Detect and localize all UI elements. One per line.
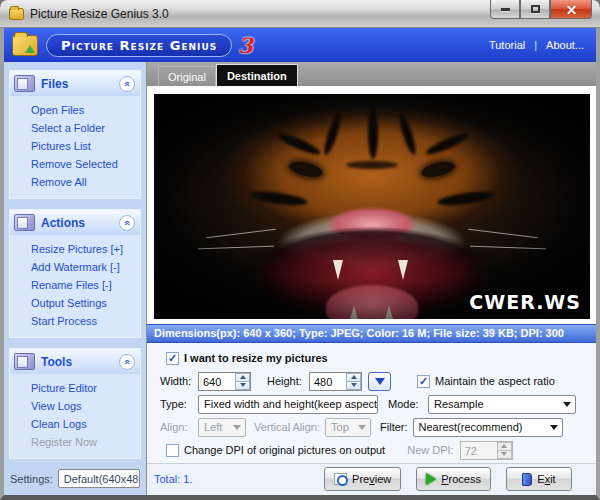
valign-select: Top bbox=[325, 418, 371, 437]
minimize-icon bbox=[501, 8, 510, 11]
sidebar-item-select-a-folder[interactable]: Select a Folder bbox=[31, 119, 138, 137]
exit-button[interactable]: Exit bbox=[506, 467, 572, 491]
preview-button[interactable]: Preview bbox=[324, 467, 401, 491]
change-dpi-label: Change DPI of original pictures on outpu… bbox=[184, 444, 385, 456]
tutorial-link[interactable]: Tutorial bbox=[489, 39, 525, 51]
sidebar-item-remove-all[interactable]: Remove All bbox=[31, 173, 138, 191]
files-panel: Files « Open Files Select a Folder Pictu… bbox=[9, 70, 141, 199]
footer-bar: Total: 1. Preview Process Exit bbox=[147, 463, 596, 495]
maximize-icon bbox=[531, 5, 540, 13]
align-value: Left bbox=[204, 421, 222, 433]
app-icon bbox=[9, 8, 24, 20]
tiger-tongue bbox=[326, 285, 418, 319]
tiger-whisker bbox=[207, 229, 277, 239]
height-input[interactable]: 480 bbox=[310, 373, 346, 390]
settings-select[interactable]: Default(640x480) bbox=[58, 469, 140, 488]
exit-door-icon bbox=[522, 473, 532, 486]
link-separator: | bbox=[534, 39, 537, 51]
header-links: Tutorial | About... bbox=[489, 39, 584, 51]
actions-collapse-button[interactable]: « bbox=[119, 215, 135, 231]
dimensions-row: Width: 640 Height: 480 ✓ Maintain the as… bbox=[160, 371, 588, 392]
spin-down-icon bbox=[351, 383, 357, 387]
align-select: Left bbox=[198, 418, 246, 437]
tiger-stripe bbox=[437, 189, 496, 208]
settings-row: Settings: Default(640x480) bbox=[10, 469, 140, 488]
filter-value: Nearest(recommend) bbox=[419, 421, 523, 433]
close-button[interactable] bbox=[550, 0, 592, 19]
resize-checkbox[interactable]: ✓ bbox=[166, 352, 179, 365]
mode-select[interactable]: Resample bbox=[428, 395, 576, 414]
sidebar-item-picture-editor[interactable]: Picture Editor bbox=[31, 379, 138, 397]
align-label: Align: bbox=[160, 421, 198, 433]
tab-bar: Original Destination bbox=[147, 62, 596, 86]
tab-original[interactable]: Original bbox=[158, 66, 216, 86]
sidebar-item-register-now: Register Now bbox=[31, 433, 138, 451]
type-select[interactable]: Fixed width and height(keep aspect) bbox=[198, 395, 378, 414]
sidebar-item-clean-logs[interactable]: Clean Logs bbox=[31, 415, 138, 433]
sidebar-item-start-process[interactable]: Start Process bbox=[31, 312, 138, 330]
process-button-label: Process bbox=[441, 473, 481, 485]
files-icon bbox=[14, 75, 35, 92]
maintain-aspect-checkbox[interactable]: ✓ bbox=[417, 375, 430, 388]
height-label: Height: bbox=[267, 375, 309, 387]
tools-collapse-button[interactable]: « bbox=[119, 354, 135, 370]
tab-destination[interactable]: Destination bbox=[216, 64, 298, 86]
process-button[interactable]: Process bbox=[416, 467, 491, 491]
width-spin-up[interactable] bbox=[235, 373, 250, 382]
tiger-eye bbox=[288, 160, 324, 181]
sidebar-item-resize-pictures[interactable]: Resize Pictures [+] bbox=[31, 240, 138, 258]
files-collapse-button[interactable]: « bbox=[119, 76, 135, 92]
content-area: Original Destination bbox=[146, 62, 596, 495]
sidebar-bottom: Settings: Default(640x480) Settings Mana… bbox=[9, 469, 141, 495]
app-window: Picture Resize Genius 3.0 Picture Resize… bbox=[0, 0, 600, 500]
tiger-whisker bbox=[198, 245, 274, 249]
tiger-stripe bbox=[424, 130, 470, 158]
change-dpi-checkbox[interactable] bbox=[166, 444, 179, 457]
files-items: Open Files Select a Folder Pictures List… bbox=[10, 96, 140, 198]
type-value: Fixed width and height(keep aspect) bbox=[204, 398, 378, 410]
tiger-stripe bbox=[322, 111, 344, 156]
sidebar-item-output-settings[interactable]: Output Settings bbox=[31, 294, 138, 312]
actions-panel: Actions « Resize Pictures [+] Add Waterm… bbox=[9, 209, 141, 338]
height-spinner: 480 bbox=[309, 372, 362, 391]
sidebar-item-pictures-list[interactable]: Pictures List bbox=[31, 137, 138, 155]
files-panel-title: Files bbox=[41, 77, 68, 91]
spin-down-icon bbox=[501, 452, 507, 456]
resize-enable-row: ✓ I want to resize my pictures bbox=[160, 348, 588, 369]
maintain-aspect-label: Maintain the aspect ratio bbox=[435, 375, 555, 387]
tiger-whisker bbox=[468, 229, 538, 239]
sidebar-item-view-logs[interactable]: View Logs bbox=[31, 397, 138, 415]
sidebar-item-remove-selected[interactable]: Remove Selected bbox=[31, 155, 138, 173]
close-icon bbox=[566, 4, 577, 15]
actions-panel-title: Actions bbox=[41, 216, 85, 230]
sidebar-item-rename-files[interactable]: Rename Files [-] bbox=[31, 276, 138, 294]
actions-items: Resize Pictures [+] Add Watermark [-] Re… bbox=[10, 235, 140, 337]
filter-label: Filter: bbox=[380, 421, 408, 433]
spin-up-icon bbox=[501, 444, 507, 448]
settings-value: Default(640x480) bbox=[64, 473, 140, 485]
about-link[interactable]: About... bbox=[546, 39, 584, 51]
check-icon: ✓ bbox=[168, 353, 177, 364]
minimize-button[interactable] bbox=[490, 0, 520, 19]
height-spin-down[interactable] bbox=[346, 382, 361, 390]
tools-panel-title: Tools bbox=[41, 355, 72, 369]
tools-icon bbox=[14, 353, 35, 370]
filter-select[interactable]: Nearest(recommend) bbox=[413, 418, 563, 437]
tiger-fang bbox=[398, 260, 408, 280]
width-spin-down[interactable] bbox=[235, 382, 250, 390]
preview-button-label: Preview bbox=[352, 473, 391, 485]
tiger-fang bbox=[333, 260, 343, 280]
tiger-whisker bbox=[470, 245, 546, 249]
chevron-up-icon: « bbox=[122, 359, 132, 365]
tools-panel-header: Tools « bbox=[10, 349, 140, 374]
title-bar: Picture Resize Genius 3.0 bbox=[0, 0, 600, 28]
sidebar-item-add-watermark[interactable]: Add Watermark [-] bbox=[31, 258, 138, 276]
spin-up-icon bbox=[351, 375, 357, 379]
settings-label: Settings: bbox=[10, 473, 53, 485]
height-spin-up[interactable] bbox=[346, 373, 361, 382]
preset-sizes-button[interactable] bbox=[368, 372, 391, 391]
spin-down-icon bbox=[240, 383, 246, 387]
width-input[interactable]: 640 bbox=[199, 373, 235, 390]
sidebar-item-open-files[interactable]: Open Files bbox=[31, 101, 138, 119]
maximize-button[interactable] bbox=[520, 0, 550, 19]
